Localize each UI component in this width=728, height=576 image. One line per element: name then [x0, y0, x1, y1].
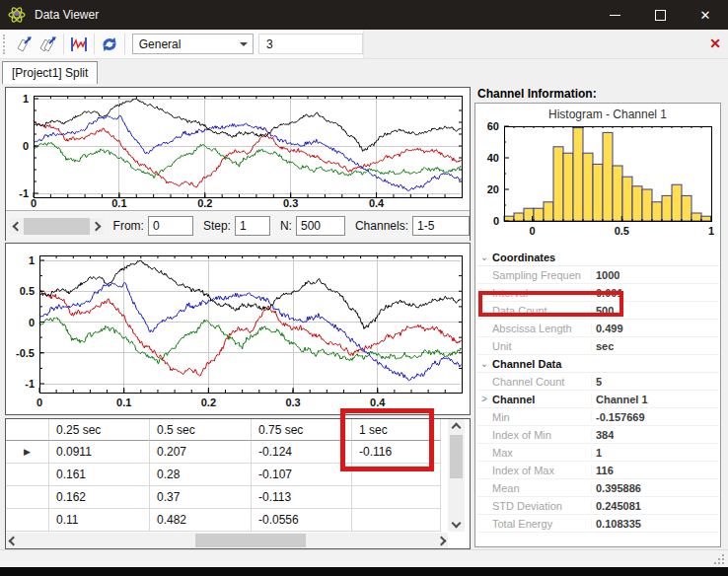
- refresh-button[interactable]: [98, 32, 121, 56]
- property-row-channel[interactable]: >ChannelChannel 1: [476, 391, 719, 408]
- table-scroll-up-button[interactable]: [448, 419, 465, 436]
- property-row-sampling-frequen[interactable]: Sampling Frequen1000: [476, 266, 719, 284]
- maximize-button[interactable]: [637, 0, 683, 30]
- property-row-total-energy[interactable]: Total Energy0.108335: [476, 515, 719, 533]
- svg-text:0: 0: [31, 197, 36, 209]
- table-cell[interactable]: [352, 464, 441, 486]
- row-selector[interactable]: [6, 509, 49, 532]
- tab-strip: [Project1] Split: [0, 60, 728, 84]
- scroll-right-icon: [436, 536, 446, 545]
- row-selector[interactable]: [6, 486, 49, 509]
- property-row-channel-count[interactable]: Channel Count5: [476, 373, 719, 391]
- property-grid: ⌄CoordinatesSampling Frequen1000Interval…: [476, 249, 719, 533]
- svg-text:60: 60: [487, 120, 499, 132]
- table-header-1-sec[interactable]: 1 sec: [352, 419, 441, 441]
- table-cell[interactable]: 0.482: [150, 509, 252, 532]
- property-row-mean[interactable]: Mean0.395886: [476, 479, 719, 497]
- waveform-button[interactable]: [67, 32, 91, 56]
- panel-close-button[interactable]: ✕: [709, 36, 721, 50]
- svg-text:0.5: 0.5: [615, 225, 629, 237]
- property-row-data-count[interactable]: Data Count500: [476, 302, 719, 320]
- close-icon: ✕: [700, 9, 711, 22]
- table-vertical-scrollbar[interactable]: [448, 419, 465, 532]
- property-label: STD Deviation: [492, 500, 592, 512]
- property-row-index-of-max[interactable]: Index of Max116: [476, 462, 719, 479]
- detail-plot-panel: 00.10.20.30.410.50-0.5-1: [5, 243, 471, 415]
- toolbar-grip[interactable]: [3, 35, 8, 54]
- scroll-right-icon: [92, 221, 102, 231]
- scroll-right-button[interactable]: [90, 218, 104, 235]
- channels-input[interactable]: [412, 216, 470, 236]
- detail-plot[interactable]: 00.10.20.30.410.50-0.5-1: [6, 244, 470, 414]
- property-row-max[interactable]: Max1: [476, 444, 719, 462]
- property-label: Index of Max: [492, 465, 592, 476]
- scroll-left-icon: [12, 221, 22, 231]
- property-value: 0.001: [592, 287, 623, 299]
- tab-project1-split[interactable]: [Project1] Split: [2, 61, 98, 84]
- property-row-index-of-min[interactable]: Index of Min384: [476, 426, 719, 444]
- scrollbar-thumb[interactable]: [24, 218, 90, 235]
- table-cell[interactable]: -0.0556: [252, 509, 352, 532]
- minimize-button[interactable]: [592, 0, 637, 30]
- minimize-icon: [610, 15, 620, 16]
- svg-text:1: 1: [23, 93, 29, 105]
- svg-text:0.3: 0.3: [285, 396, 300, 408]
- table-vscroll-thumb[interactable]: [450, 435, 463, 478]
- table-cell[interactable]: -0.113: [252, 486, 352, 509]
- table-cell[interactable]: -0.107: [252, 464, 352, 486]
- svg-text:20: 20: [487, 183, 499, 195]
- property-label: Channel: [492, 394, 592, 405]
- table-scroll-down-button[interactable]: [448, 515, 465, 532]
- property-group-coordinates[interactable]: ⌄Coordinates: [476, 249, 719, 266]
- expand-arrow-icon[interactable]: >: [476, 394, 492, 404]
- close-button[interactable]: ✕: [683, 0, 728, 30]
- step-input[interactable]: [235, 216, 270, 236]
- property-row-std-deviation[interactable]: STD Deviation0.245081: [476, 497, 719, 515]
- table-cell[interactable]: 0.28: [150, 464, 252, 486]
- row-selector[interactable]: [6, 464, 49, 486]
- property-row-abscissa-length[interactable]: Abscissa Length0.499: [476, 320, 719, 337]
- new-multi-view-button[interactable]: [36, 32, 60, 56]
- scroll-up-icon: [452, 423, 462, 433]
- toolbar: General 3 ✕: [0, 30, 728, 59]
- from-input[interactable]: [148, 216, 193, 236]
- resize-grip[interactable]: [714, 554, 724, 564]
- table-cell[interactable]: 0.11: [49, 509, 150, 532]
- count-field-value: 3: [266, 37, 273, 51]
- table-cell[interactable]: 0.0911: [49, 441, 150, 464]
- table-cell[interactable]: 0.161: [49, 464, 150, 486]
- property-value: 0.395886: [592, 482, 641, 494]
- new-view-button[interactable]: [13, 32, 36, 56]
- table-hscroll-thumb[interactable]: [195, 534, 306, 547]
- window-title: Data Viewer: [35, 8, 99, 22]
- new-multi-view-icon: [37, 35, 59, 54]
- table-horizontal-scrollbar[interactable]: [6, 533, 448, 548]
- property-row-min[interactable]: Min-0.157669: [476, 408, 719, 426]
- property-value: sec: [592, 340, 614, 352]
- table-header-0-5-sec[interactable]: 0.5 sec: [150, 419, 252, 441]
- svg-text:0.5: 0.5: [20, 285, 35, 297]
- table-cell[interactable]: 0.162: [49, 486, 150, 509]
- table-cell[interactable]: -0.116: [352, 441, 441, 464]
- profile-select-value: General: [139, 37, 182, 51]
- scroll-left-button[interactable]: [10, 218, 24, 235]
- svg-text:1: 1: [708, 225, 714, 237]
- n-input[interactable]: [296, 216, 345, 236]
- table-header-0-25-sec[interactable]: 0.25 sec: [49, 419, 150, 441]
- table-scroll-right-button[interactable]: [434, 533, 448, 548]
- table-cell[interactable]: -0.124: [252, 441, 352, 464]
- property-group-channel-data[interactable]: ⌄Channel Data: [476, 355, 719, 373]
- table-cell[interactable]: 0.207: [150, 441, 252, 464]
- count-field[interactable]: 3: [258, 34, 363, 54]
- overview-plot[interactable]: 00.10.20.30.410-1: [6, 88, 470, 210]
- property-row-unit[interactable]: Unitsec: [476, 337, 719, 355]
- table-cell[interactable]: 0.37: [150, 486, 252, 509]
- property-row-interval[interactable]: Interval0.001: [476, 284, 719, 302]
- profile-select[interactable]: General: [132, 34, 254, 54]
- table-header-0-75-sec[interactable]: 0.75 sec: [252, 419, 352, 441]
- table-cell[interactable]: [352, 509, 441, 532]
- row-selector-current[interactable]: ▶: [6, 441, 49, 464]
- table-scroll-left-button[interactable]: [6, 533, 20, 548]
- data-scrollbar[interactable]: [10, 218, 104, 235]
- table-cell[interactable]: [352, 486, 441, 509]
